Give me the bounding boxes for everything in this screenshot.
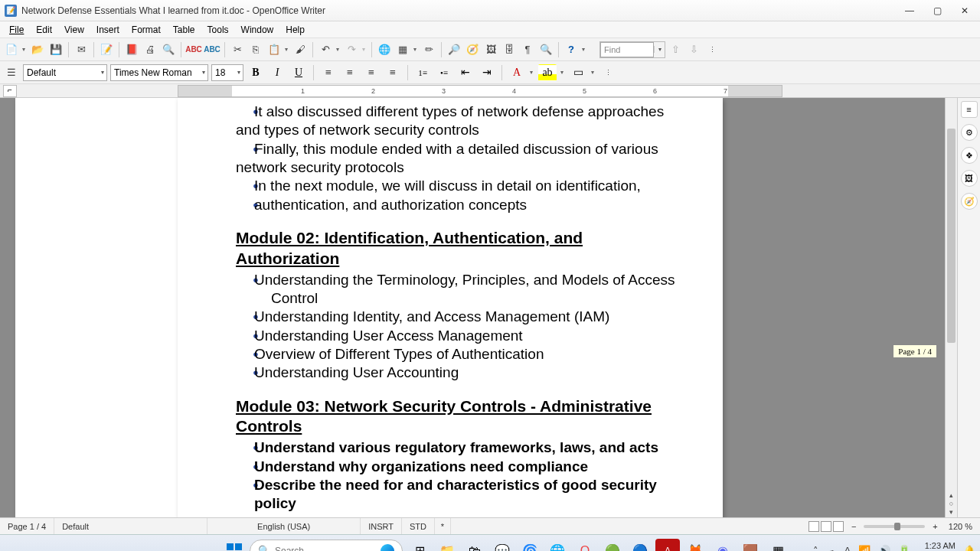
undo-dropdown-icon[interactable]: ▾ xyxy=(335,46,341,53)
status-selection-mode[interactable]: STD xyxy=(402,518,435,534)
taskbar-search[interactable]: 🔍 Search xyxy=(250,540,403,552)
copy-button[interactable]: ⎘ xyxy=(247,41,264,58)
paste-dropdown-icon[interactable]: ▾ xyxy=(284,46,290,53)
nonprinting-button[interactable]: ¶ xyxy=(519,41,536,58)
store-icon[interactable]: 🛍 xyxy=(462,539,487,552)
tray-chevron-icon[interactable]: ˄ xyxy=(813,545,818,551)
gallery-button[interactable]: 🖼 xyxy=(482,41,499,58)
edge2-icon[interactable]: 🌀 xyxy=(518,539,542,552)
zoom-in-button[interactable]: + xyxy=(929,522,940,531)
font-name-combo[interactable]: Times New Roman▾ xyxy=(110,64,208,81)
undo-button[interactable]: ↶ xyxy=(317,41,334,58)
acrobat-icon[interactable]: A xyxy=(655,539,680,552)
firefox-icon[interactable]: 🦊 xyxy=(683,539,707,552)
vertical-scrollbar[interactable]: ▴ ○ ▾ xyxy=(945,98,957,517)
redo-button[interactable]: ↷ xyxy=(343,41,360,58)
autospell-button[interactable]: ABC xyxy=(204,41,220,58)
edit-file-button[interactable]: 📝 xyxy=(98,41,115,58)
find-replace-button[interactable]: 🔎 xyxy=(446,41,462,58)
status-style[interactable]: Default xyxy=(54,518,207,534)
find-dropdown-icon[interactable]: ▾ xyxy=(654,46,665,53)
italic-button[interactable]: I xyxy=(268,64,286,81)
table-dropdown-icon[interactable]: ▾ xyxy=(413,46,419,53)
table-button[interactable]: ▦ xyxy=(394,41,411,58)
multi-page-icon[interactable] xyxy=(821,521,831,532)
outdent-button[interactable]: ⇤ xyxy=(456,64,475,81)
highlight-dropdown-icon[interactable]: ▾ xyxy=(560,69,566,76)
save-button[interactable]: 💾 xyxy=(47,41,64,58)
document-content[interactable]: ●It also discussed different types of ne… xyxy=(236,103,677,517)
font-color-button[interactable]: A xyxy=(508,64,526,81)
language-icon[interactable]: A xyxy=(844,545,851,551)
bgcolor-button[interactable]: ▭ xyxy=(569,64,587,81)
find-combo[interactable]: Find ▾ xyxy=(599,41,665,58)
font-size-combo[interactable]: 18▾ xyxy=(211,64,243,81)
bold-button[interactable]: B xyxy=(247,64,265,81)
align-right-button[interactable]: ≡ xyxy=(362,64,381,81)
minimize-button[interactable]: — xyxy=(899,3,920,18)
hyperlink-button[interactable]: 🌐 xyxy=(376,41,393,58)
status-language[interactable]: English (USA) xyxy=(207,518,361,534)
edge-icon[interactable]: 🌐 xyxy=(545,539,570,552)
sidebar-styles-button[interactable]: ❖ xyxy=(961,147,978,164)
underline-button[interactable]: U xyxy=(289,64,308,81)
horizontal-ruler[interactable]: 1 2 3 4 5 6 7 xyxy=(178,85,782,97)
close-button[interactable]: ✕ xyxy=(954,3,975,18)
align-left-button[interactable]: ≡ xyxy=(319,64,338,81)
highlight-button[interactable]: ab xyxy=(538,64,557,81)
page[interactable]: ●It also discussed different types of ne… xyxy=(178,98,723,517)
status-insert-mode[interactable]: INSRT xyxy=(361,518,402,534)
notifications-icon[interactable]: 🔔 xyxy=(963,545,975,551)
font-color-dropdown-icon[interactable]: ▾ xyxy=(529,69,535,76)
spellcheck-button[interactable]: ABC xyxy=(185,41,202,58)
find-next-button[interactable]: ⇩ xyxy=(685,41,702,58)
sidebar-properties-button[interactable]: ⚙ xyxy=(961,124,978,141)
paste-button[interactable]: 📋 xyxy=(266,41,283,58)
onedrive-icon[interactable]: ☁ xyxy=(826,545,836,551)
maximize-button[interactable]: ▢ xyxy=(926,3,948,18)
open-button[interactable]: 📂 xyxy=(29,41,46,58)
clock[interactable]: 1:23 AM 9/24/2024 xyxy=(918,541,956,551)
single-page-icon[interactable] xyxy=(808,521,819,532)
task-view-icon[interactable]: ⊞ xyxy=(407,539,432,552)
find-all-button[interactable]: ⋮ xyxy=(704,41,720,58)
find-prev-button[interactable]: ⇧ xyxy=(667,41,684,58)
show-draw-button[interactable]: ✏ xyxy=(420,41,437,58)
pdf-button[interactable]: 📕 xyxy=(123,41,140,58)
discord-icon[interactable]: ◉ xyxy=(710,539,735,552)
print-button[interactable]: 🖨 xyxy=(142,41,158,58)
sidebar-menu-button[interactable]: ≡ xyxy=(961,101,978,118)
justify-button[interactable]: ≡ xyxy=(384,64,402,81)
cut-button[interactable]: ✂ xyxy=(229,41,246,58)
styles-button[interactable]: ☰ xyxy=(3,64,20,81)
app-generic2-icon[interactable]: ▦ xyxy=(766,539,790,552)
book-view-icon[interactable] xyxy=(833,521,844,532)
zoom-out-button[interactable]: − xyxy=(848,522,859,531)
clone-format-button[interactable]: 🖌 xyxy=(292,41,309,58)
help-dropdown-icon[interactable]: ▾ xyxy=(581,46,587,53)
sidebar-navigator-button[interactable]: 🧭 xyxy=(961,193,978,210)
explorer-icon[interactable]: 📁 xyxy=(435,539,459,552)
menu-help[interactable]: Help xyxy=(279,23,311,37)
menu-format[interactable]: Format xyxy=(126,23,167,37)
tab-well[interactable]: ⌐ xyxy=(3,85,17,97)
opera-icon[interactable]: O xyxy=(573,539,597,552)
start-button[interactable] xyxy=(224,540,245,552)
bgcolor-dropdown-icon[interactable]: ▾ xyxy=(590,69,596,76)
next-page-icon[interactable]: ▾ xyxy=(949,508,953,516)
datasources-button[interactable]: 🗄 xyxy=(501,41,518,58)
menu-window[interactable]: Window xyxy=(235,23,280,37)
prev-page-icon[interactable]: ▴ xyxy=(949,491,953,499)
redo-dropdown-icon[interactable]: ▾ xyxy=(361,46,368,53)
wifi-icon[interactable]: 📶 xyxy=(858,545,871,551)
app-generic-icon[interactable]: 🟫 xyxy=(738,539,763,552)
zoom-knob[interactable] xyxy=(894,523,900,530)
browser-icon[interactable]: 🔵 xyxy=(628,539,652,552)
help-button[interactable]: ? xyxy=(563,41,580,58)
battery-icon[interactable]: 🔋 xyxy=(898,545,910,551)
menu-table[interactable]: Table xyxy=(167,23,201,37)
new-button[interactable]: 📄 xyxy=(3,41,20,58)
align-center-button[interactable]: ≡ xyxy=(341,64,359,81)
bullets-button[interactable]: •≡ xyxy=(435,64,453,81)
status-page[interactable]: Page 1 / 4 xyxy=(0,518,54,534)
